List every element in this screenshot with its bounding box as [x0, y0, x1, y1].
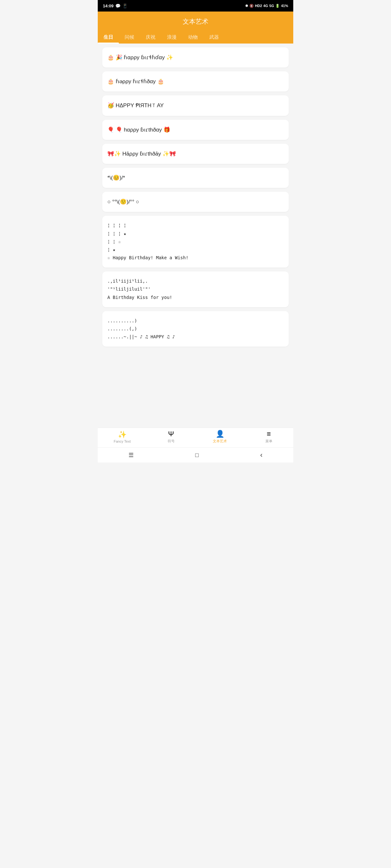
list-item[interactable]: .,il¹iiji¹lii,. '"¹liiljiluil'"' A Birth…: [102, 271, 289, 307]
header: 文本艺术: [98, 11, 293, 31]
header-title: 文本艺术: [103, 17, 288, 31]
android-menu-btn[interactable]: ☰: [129, 452, 134, 459]
card-text-5: 🎀✨ Hāρρу ɓıɾthðāу ✨🎀: [107, 150, 284, 158]
nav-text-art[interactable]: 👤 文本艺术: [196, 431, 245, 443]
card-text-7: ○ °°\(🙂)/°° ○: [107, 197, 284, 206]
list-item[interactable]: ¦ ¦ ¦ ¦ ¦ ¦ ¦ ★ ¦ ¦ ☆ ¦ ★ ☆ Happy Birthd…: [102, 216, 289, 268]
list-item[interactable]: 🎂 🎉 ɦαρρу ɓıɾɬɦɗαу ✨: [102, 48, 289, 67]
nav-menu-label: 菜单: [266, 439, 273, 443]
card-text-3: 🥳 HΔPPY ⱣIЯTH꓄AY: [107, 101, 284, 110]
tab-weapon[interactable]: 武器: [203, 31, 225, 43]
bluetooth-icon: ✱: [245, 4, 248, 8]
status-bar: 14:09 💬 📱 ✱ 🔇 HD2 4G 5G 🔋 41%: [98, 0, 293, 11]
tab-animal[interactable]: 动物: [183, 31, 203, 43]
signal-5g-icon: 5G: [269, 4, 274, 8]
list-item[interactable]: *\(😊)/*: [102, 168, 289, 188]
list-item[interactable]: ..........) ........(,) ......~.||~ ♪ ♫ …: [102, 311, 289, 347]
list-item[interactable]: 🎀✨ Hāρρу ɓıɾthðāу ✨🎀: [102, 144, 289, 164]
menu-icon: ≡: [267, 431, 271, 437]
battery-icon: 🔋: [275, 4, 280, 8]
symbols-icon: Ψ: [168, 431, 174, 437]
app-icon: 📱: [122, 3, 128, 8]
card-text-2: 🎂 ɦəρρу ɦıɾɬɦðαу 🎂: [107, 77, 284, 86]
status-left: 14:09 💬 📱: [103, 3, 128, 8]
nav-symbols[interactable]: Ψ 符号: [147, 431, 196, 443]
android-home-btn[interactable]: □: [195, 452, 199, 459]
tab-romance[interactable]: 浪漫: [161, 31, 183, 43]
nav-fancy-text-label: Fancy Text: [114, 439, 131, 443]
hd2-badge: HD2: [255, 4, 262, 8]
nav-symbols-label: 符号: [168, 439, 175, 443]
nav-text-art-label: 文本艺术: [213, 439, 227, 443]
list-item[interactable]: 🎈 🎈 hαρρу ɓıɾthðαу 🎁: [102, 120, 289, 140]
signal-4g-icon: 4G: [263, 4, 268, 8]
tab-greeting[interactable]: 问候: [119, 31, 140, 43]
tab-bar: 生日 问候 庆祝 浪漫 动物 武器: [98, 31, 293, 43]
card-text-6: *\(😊)/*: [107, 174, 284, 182]
status-right: ✱ 🔇 HD2 4G 5G 🔋 41%: [245, 4, 288, 8]
time-display: 14:09: [103, 3, 113, 8]
battery-percent: 41%: [281, 4, 288, 8]
fancy-text-icon: ✨: [118, 431, 127, 438]
mute-icon: 🔇: [249, 4, 254, 8]
card-text-8: ¦ ¦ ¦ ¦ ¦ ¦ ¦ ★ ¦ ¦ ☆ ¦ ★ ☆ Happy Birthd…: [107, 221, 284, 262]
android-nav-bar: ☰ □ ‹: [98, 447, 293, 463]
nav-menu[interactable]: ≡ 菜单: [245, 431, 294, 443]
nav-fancy-text[interactable]: ✨ Fancy Text: [98, 431, 147, 443]
bottom-nav: ✨ Fancy Text Ψ 符号 👤 文本艺术 ≡ 菜单: [98, 428, 293, 447]
wechat-icon: 💬: [115, 3, 120, 8]
text-art-icon: 👤: [216, 431, 224, 437]
list-item[interactable]: 🥳 HΔPPY ⱣIЯTH꓄AY: [102, 95, 289, 116]
list-item[interactable]: ○ °°\(🙂)/°° ○: [102, 192, 289, 212]
tab-celebration[interactable]: 庆祝: [140, 31, 161, 43]
list-item[interactable]: 🎂 ɦəρρу ɦıɾɬɦðαу 🎂: [102, 71, 289, 92]
card-text-4: 🎈 🎈 hαρρу ɓıɾthðαу 🎁: [107, 125, 284, 134]
android-back-btn[interactable]: ‹: [260, 451, 262, 459]
card-text-10: ..........) ........(,) ......~.||~ ♪ ♫ …: [107, 317, 284, 341]
card-text-1: 🎂 🎉 ɦαρρу ɓıɾɬɦɗαу ✨: [107, 53, 284, 62]
content-area: 🎂 🎉 ɦαρρу ɓıɾɬɦɗαу ✨ 🎂 ɦəρρу ɦıɾɬɦðαу 🎂 …: [98, 43, 293, 428]
card-text-9: .,il¹iiji¹lii,. '"¹liiljiluil'"' A Birth…: [107, 277, 284, 302]
tab-birthday[interactable]: 生日: [98, 31, 119, 43]
